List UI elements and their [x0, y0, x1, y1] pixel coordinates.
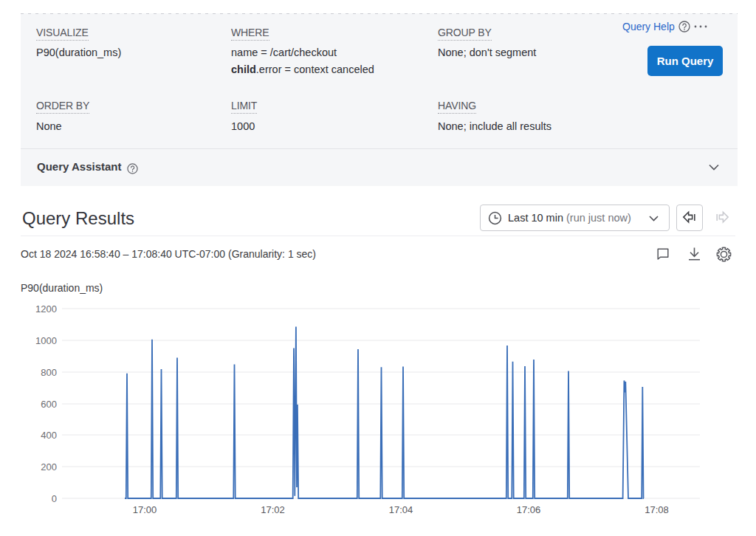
svg-text:400: 400 [41, 430, 57, 441]
svg-text:600: 600 [41, 399, 57, 410]
svg-text:0: 0 [52, 493, 57, 504]
svg-text:200: 200 [41, 461, 57, 473]
svg-text:17:04: 17:04 [389, 504, 413, 515]
svg-text:17:06: 17:06 [517, 504, 541, 515]
svg-text:17:02: 17:02 [261, 504, 285, 515]
svg-text:1200: 1200 [35, 303, 57, 315]
svg-text:17:00: 17:00 [133, 504, 157, 515]
svg-text:800: 800 [41, 367, 57, 378]
svg-text:17:08: 17:08 [645, 504, 669, 515]
svg-text:1000: 1000 [35, 335, 57, 346]
